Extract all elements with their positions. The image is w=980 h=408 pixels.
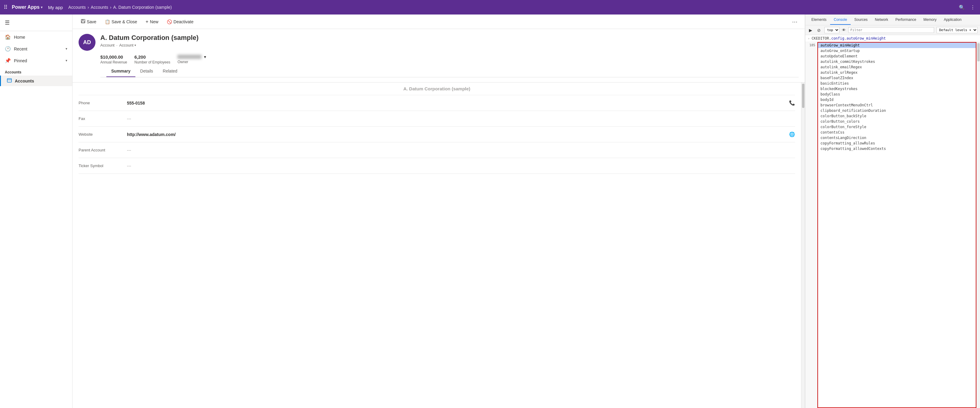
tab-related[interactable]: Related <box>158 65 182 77</box>
console-expr-prop2: autoGrow_minHeight <box>846 36 886 40</box>
devtools-tab-sources[interactable]: Sources <box>851 15 871 25</box>
fax-value[interactable]: --- <box>127 116 795 121</box>
avatar: AD <box>79 34 95 51</box>
phone-label: Phone <box>79 100 127 105</box>
autocomplete-item[interactable]: clipboard_notificationDuration <box>818 108 976 113</box>
autocomplete-item[interactable]: copyFormatting_allowRules <box>818 140 976 146</box>
employees-value: 6,200 <box>134 54 170 59</box>
toolbar-more-icon[interactable]: ⋯ <box>790 17 800 26</box>
devtools-context-select[interactable]: top <box>824 27 840 33</box>
devtools-tab-console[interactable]: Console <box>830 15 851 25</box>
autocomplete-scrollbar[interactable] <box>976 42 980 408</box>
parent-account-value[interactable]: --- <box>127 148 795 153</box>
devtools-tab-elements[interactable]: Elements <box>808 15 830 25</box>
devtools-panel: Elements Console Sources Network Perform… <box>805 14 980 408</box>
deactivate-button[interactable]: 🚫 Deactivate <box>163 18 197 26</box>
sidebar-item-home[interactable]: 🏠 Home <box>0 31 72 43</box>
console-result-area: 185 autoGrow_minHeightautoGrow_onStartup… <box>805 42 980 408</box>
sidebar-item-pinned[interactable]: 📌 Pinned ▾ <box>0 55 72 67</box>
account-type-chevron-icon: ▾ <box>134 43 136 47</box>
console-content: › CKEDITOR.config.autoGrow_minHeight 185… <box>805 35 980 408</box>
console-expr-obj: CKEDITOR <box>812 36 829 40</box>
save-close-button[interactable]: 📋 Save & Close <box>101 18 141 26</box>
autocomplete-item[interactable]: copyFormatting_allowedContexts <box>818 146 976 151</box>
tab-details[interactable]: Details <box>135 65 158 77</box>
stat-owner: ▾ Owner <box>177 54 206 64</box>
parent-account-label: Parent Account <box>79 148 127 152</box>
waffle-icon[interactable]: ⠿ <box>4 4 8 11</box>
record-type-selector[interactable]: Account ▾ <box>119 43 136 48</box>
breadcrumb-accounts2[interactable]: Accounts <box>91 5 108 10</box>
ticker-symbol-value[interactable]: --- <box>127 164 795 168</box>
record-tabs: Summary Details Related <box>100 65 799 77</box>
devtools-tab-performance[interactable]: Performance <box>892 15 920 25</box>
form-row-parent-account: Parent Account --- <box>79 142 795 158</box>
console-expression[interactable]: CKEDITOR.config.autoGrow_minHeight <box>812 36 886 40</box>
brand-name: Power Apps <box>12 5 40 10</box>
search-icon[interactable]: 🔍 <box>958 3 966 11</box>
sidebar: ☰ 🏠 Home 🕐 Recent ▾ 📌 Pinned ▾ Accounts … <box>0 14 73 408</box>
autocomplete-item[interactable]: browserContextMenuOnCtrl <box>818 102 976 108</box>
autocomplete-list[interactable]: autoGrow_minHeightautoGrow_onStartupauto… <box>818 42 976 408</box>
save-button[interactable]: Save <box>77 17 100 26</box>
autocomplete-item[interactable]: blockedKeystrokes <box>818 86 976 92</box>
record-meta: Account · Account ▾ <box>100 43 799 48</box>
devtools-stop-button[interactable]: ⊘ <box>816 27 822 33</box>
hamburger-icon[interactable]: ☰ <box>0 17 72 29</box>
autocomplete-item[interactable]: contentsLangDirection <box>818 135 976 140</box>
brand-logo[interactable]: Power Apps ▾ <box>12 5 43 10</box>
autocomplete-item[interactable]: baseFloatZIndex <box>818 75 976 81</box>
save-icon <box>81 19 85 24</box>
pinned-icon: 📌 <box>5 58 11 64</box>
devtools-filter-input[interactable] <box>848 27 934 33</box>
devtools-levels-select[interactable]: Default levels ▾ <box>937 27 978 33</box>
ticker-symbol-label: Ticker Symbol <box>79 164 127 168</box>
record-type-label2: Account <box>119 43 134 48</box>
devtools-tab-memory[interactable]: Memory <box>920 15 940 25</box>
devtools-tab-network[interactable]: Network <box>871 15 892 25</box>
breadcrumb-accounts1[interactable]: Accounts <box>68 5 86 10</box>
svg-rect-4 <box>81 21 84 23</box>
autocomplete-item[interactable]: basicEntities <box>818 81 976 86</box>
sidebar-section-accounts: Accounts <box>0 67 72 76</box>
autocomplete-item[interactable]: autolink_emailRegex <box>818 64 976 70</box>
line-number: 185 <box>805 43 815 47</box>
svg-rect-0 <box>7 78 11 82</box>
sidebar-recent-label: Recent <box>14 46 27 51</box>
devtools-tab-application[interactable]: Application <box>940 15 965 25</box>
line-number-column: 185 <box>805 42 818 408</box>
autocomplete-item[interactable]: autolink_commitKeystrokes <box>818 59 976 64</box>
sidebar-link-accounts[interactable]: Accounts <box>0 76 72 86</box>
tab-summary[interactable]: Summary <box>107 65 135 77</box>
website-label: Website <box>79 132 127 137</box>
phone-value[interactable]: 555-0158 <box>127 100 787 105</box>
autocomplete-item[interactable]: bodyId <box>818 97 976 102</box>
content-area: Save 📋 Save & Close + New 🚫 Deactivate ⋯… <box>73 14 805 408</box>
more-options-icon[interactable]: ⋮ <box>969 3 976 11</box>
website-value[interactable]: http://www.adatum.com/ <box>127 132 787 137</box>
stat-employees: 6,200 Number of Employees <box>134 54 170 64</box>
phone-call-icon[interactable]: 📞 <box>789 100 795 106</box>
form-row-fax: Fax --- <box>79 111 795 127</box>
autocomplete-item[interactable]: autoUpdateElement <box>818 54 976 59</box>
devtools-eye-icon[interactable]: 👁 <box>842 28 846 32</box>
autocomplete-item[interactable]: contentsCss <box>818 130 976 135</box>
devtools-run-button[interactable]: ▶ <box>808 27 813 33</box>
owner-chevron-icon[interactable]: ▾ <box>204 54 206 59</box>
autocomplete-item[interactable]: autoGrow_minHeight <box>818 43 976 48</box>
autocomplete-item[interactable]: bodyClass <box>818 92 976 97</box>
form-scrollbar[interactable] <box>801 83 805 408</box>
autocomplete-item[interactable]: colorButton_backStyle <box>818 113 976 119</box>
save-close-label: Save & Close <box>111 19 137 24</box>
breadcrumb-sep2: › <box>110 5 111 10</box>
autocomplete-item[interactable]: colorButton_colors <box>818 119 976 124</box>
sidebar-top: ☰ <box>0 14 72 31</box>
deactivate-icon: 🚫 <box>167 19 172 24</box>
new-button[interactable]: + New <box>142 17 162 26</box>
pinned-chevron-icon: ▾ <box>65 59 67 62</box>
sidebar-item-recent[interactable]: 🕐 Recent ▾ <box>0 43 72 55</box>
website-globe-icon[interactable]: 🌐 <box>789 131 795 137</box>
autocomplete-item[interactable]: colorButton_foreStyle <box>818 124 976 130</box>
autocomplete-item[interactable]: autoGrow_onStartup <box>818 48 976 54</box>
autocomplete-item[interactable]: autolink_urlRegex <box>818 70 976 75</box>
